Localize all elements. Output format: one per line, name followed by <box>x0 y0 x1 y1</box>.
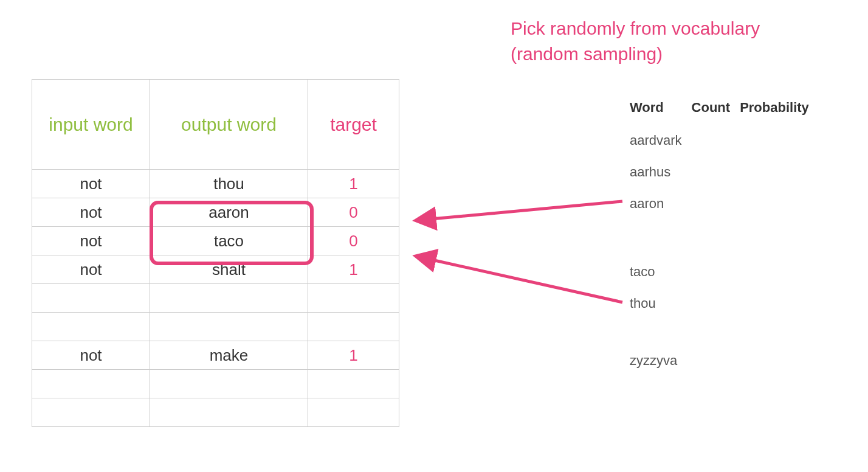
cell-target <box>308 313 399 341</box>
cell-input: not <box>32 255 150 284</box>
cell-input: not <box>32 198 150 227</box>
cell-input: not <box>32 170 150 198</box>
cell-input <box>32 313 150 341</box>
vocab-word: aardvark <box>630 125 691 156</box>
skipgram-table: input word output word target not thou 1… <box>32 79 399 427</box>
arrow-taco <box>418 257 622 302</box>
cell-target: 1 <box>308 170 399 198</box>
cell-input <box>32 370 150 398</box>
vocab-row: aardvark <box>630 125 818 156</box>
vocab-word: aaron <box>630 189 691 219</box>
table-row <box>32 313 399 341</box>
vocab-word: thou <box>630 288 691 319</box>
cell-input <box>32 398 150 427</box>
table-row <box>32 398 399 427</box>
arrow-aaron <box>418 201 622 220</box>
cell-target: 1 <box>308 255 399 284</box>
vocab-row: aaron <box>630 189 818 219</box>
vocab-row <box>630 320 818 344</box>
cell-output <box>150 398 308 427</box>
vocab-row <box>630 220 818 255</box>
table-row: not aaron 0 <box>32 198 399 227</box>
cell-output: thou <box>150 170 308 198</box>
header-input-word: input word <box>32 80 150 170</box>
vocabulary-table: Word Count Probability aardvark aarhus a… <box>629 96 819 377</box>
cell-input: not <box>32 341 150 370</box>
cell-target: 0 <box>308 198 399 227</box>
vocab-word: taco <box>630 257 691 287</box>
vocab-word: zyzzyva <box>630 345 691 376</box>
vocab-header-count: Count <box>692 97 739 124</box>
cell-output: taco <box>150 227 308 255</box>
cell-output <box>150 313 308 341</box>
table-row <box>32 284 399 313</box>
vocab-word: aarhus <box>630 157 691 187</box>
table-row: not shalt 1 <box>32 255 399 284</box>
vocab-row: thou <box>630 288 818 319</box>
table-row: not thou 1 <box>32 170 399 198</box>
cell-input <box>32 284 150 313</box>
cell-target: 1 <box>308 341 399 370</box>
cell-output: shalt <box>150 255 308 284</box>
header-output-word: output word <box>150 80 308 170</box>
cell-output: make <box>150 341 308 370</box>
vocab-header-word: Word <box>630 97 691 124</box>
cell-target <box>308 284 399 313</box>
cell-output <box>150 284 308 313</box>
table-row: not make 1 <box>32 341 399 370</box>
vocab-header-prob: Probability <box>740 97 818 124</box>
cell-target: 0 <box>308 227 399 255</box>
vocab-row: aarhus <box>630 157 818 187</box>
title-line-1: Pick randomly from vocabulary <box>511 18 760 38</box>
cell-input: not <box>32 227 150 255</box>
cell-target <box>308 398 399 427</box>
title-line-2: (random sampling) <box>511 44 663 64</box>
table-row <box>32 370 399 398</box>
header-target: target <box>308 80 399 170</box>
cell-target <box>308 370 399 398</box>
vocab-row: zyzzyva <box>630 345 818 376</box>
vocab-row: taco <box>630 257 818 287</box>
table-row: not taco 0 <box>32 227 399 255</box>
cell-output: aaron <box>150 198 308 227</box>
diagram-title: Pick randomly from vocabulary (random sa… <box>511 16 760 67</box>
cell-output <box>150 370 308 398</box>
